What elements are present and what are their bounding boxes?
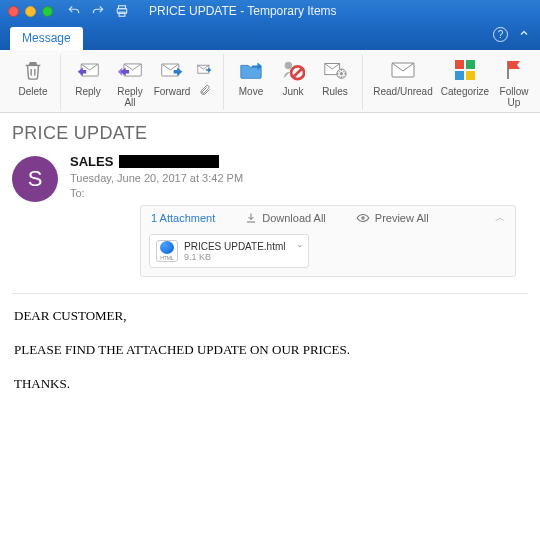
redo-icon[interactable] bbox=[91, 4, 105, 18]
window-controls bbox=[8, 6, 53, 17]
help-icon[interactable]: ? bbox=[493, 27, 508, 42]
reply-icon bbox=[76, 56, 100, 84]
sender-avatar: S bbox=[12, 156, 58, 202]
attachment-small-icon bbox=[199, 84, 211, 96]
attachment-menu-icon[interactable]: ⌄ bbox=[296, 239, 304, 249]
subject-heading: PRICE UPDATE bbox=[0, 113, 540, 150]
collapse-attachments-icon[interactable]: ︿ bbox=[495, 211, 505, 225]
titlebar: PRICE UPDATE - Temporary Items bbox=[0, 0, 540, 22]
svg-point-7 bbox=[285, 62, 292, 69]
attachment-name: PRICES UPDATE.html bbox=[184, 241, 286, 252]
move-button[interactable]: Move bbox=[230, 54, 272, 110]
delete-button[interactable]: Delete bbox=[12, 54, 54, 110]
flag-icon bbox=[504, 56, 524, 84]
close-window-button[interactable] bbox=[8, 6, 19, 17]
html-file-icon: HTML bbox=[156, 240, 178, 262]
body-line-1: DEAR CUSTOMER, bbox=[14, 308, 526, 324]
zoom-window-button[interactable] bbox=[42, 6, 53, 17]
categorize-icon bbox=[454, 56, 476, 84]
envelope-icon bbox=[390, 56, 416, 84]
categorize-button[interactable]: Categorize bbox=[437, 54, 493, 110]
svg-point-18 bbox=[362, 217, 364, 219]
svg-point-12 bbox=[340, 72, 343, 75]
read-unread-button[interactable]: Read/Unread bbox=[369, 54, 437, 110]
svg-rect-16 bbox=[455, 71, 464, 80]
body-line-2: PLEASE FIND THE ATTACHED UPDATE ON OUR P… bbox=[14, 342, 526, 358]
reply-all-icon bbox=[117, 56, 143, 84]
window-title: PRICE UPDATE - Temporary Items bbox=[149, 4, 532, 18]
attachment-size: 9.1 KB bbox=[184, 252, 286, 262]
reply-all-button[interactable]: Reply All bbox=[109, 54, 151, 110]
tab-message[interactable]: Message bbox=[10, 27, 83, 50]
download-all-button[interactable]: Download All bbox=[245, 212, 326, 224]
tab-row: Message ? bbox=[0, 22, 540, 50]
rules-button[interactable]: Rules bbox=[314, 54, 356, 110]
collapse-ribbon-icon[interactable] bbox=[518, 27, 530, 42]
forward-attachment-button[interactable] bbox=[193, 54, 217, 110]
attachment-bar: 1 Attachment Download All Preview All ︿ … bbox=[140, 205, 516, 277]
reply-button[interactable]: Reply bbox=[67, 54, 109, 110]
svg-line-9 bbox=[293, 68, 302, 77]
ribbon: Delete Reply Reply All Forward Move Junk bbox=[0, 50, 540, 113]
undo-icon[interactable] bbox=[67, 4, 81, 18]
junk-icon bbox=[281, 56, 305, 84]
rules-icon bbox=[323, 56, 347, 84]
from-name: SALES bbox=[70, 154, 113, 169]
to-label: To: bbox=[70, 187, 528, 199]
move-icon bbox=[239, 56, 263, 84]
trash-icon bbox=[22, 56, 44, 84]
attachment-count[interactable]: 1 Attachment bbox=[151, 212, 215, 224]
attachment-item[interactable]: HTML PRICES UPDATE.html 9.1 KB ⌄ bbox=[149, 234, 309, 268]
follow-up-button[interactable]: Follow Up bbox=[493, 54, 535, 110]
junk-button[interactable]: Junk bbox=[272, 54, 314, 110]
message-header: S SALES Tuesday, June 20, 2017 at 3:42 P… bbox=[0, 150, 540, 283]
body-line-3: THANKS. bbox=[14, 376, 526, 392]
svg-rect-17 bbox=[466, 71, 475, 80]
forward-button[interactable]: Forward bbox=[151, 54, 193, 110]
print-icon[interactable] bbox=[115, 4, 129, 18]
preview-all-button[interactable]: Preview All bbox=[356, 212, 429, 224]
message-body: DEAR CUSTOMER, PLEASE FIND THE ATTACHED … bbox=[0, 294, 540, 424]
from-address-redacted bbox=[119, 155, 219, 168]
sent-date: Tuesday, June 20, 2017 at 3:42 PM bbox=[70, 172, 528, 184]
svg-rect-14 bbox=[455, 60, 464, 69]
forward-icon bbox=[160, 56, 184, 84]
download-icon bbox=[245, 212, 257, 224]
eye-icon bbox=[356, 212, 370, 224]
svg-rect-15 bbox=[466, 60, 475, 69]
minimize-window-button[interactable] bbox=[25, 6, 36, 17]
envelope-arrow-small-icon bbox=[197, 56, 213, 84]
